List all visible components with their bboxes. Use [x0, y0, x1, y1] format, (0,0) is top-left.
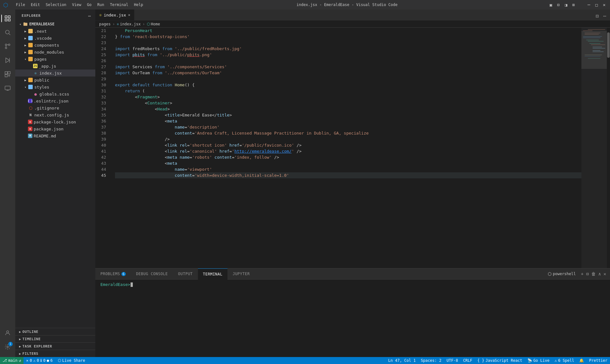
file-package-lock[interactable]: ▶ n package-lock.json	[15, 118, 95, 125]
tab-debug-console[interactable]: DEBUG CONSOLE	[131, 268, 173, 280]
file-app-js[interactable]: ▶ JS _app.js	[15, 63, 95, 69]
search-activity-icon[interactable]	[1, 26, 14, 39]
index-jsx-label: index.jsx	[39, 71, 95, 76]
split-editor-icon[interactable]: ⊟	[594, 12, 600, 20]
status-branch[interactable]: ⎇ main ↺	[0, 357, 24, 364]
status-line-ending[interactable]: CRLF	[461, 357, 475, 364]
outline-label: OUTLINE	[23, 330, 38, 334]
trash-icon[interactable]: 🗑	[591, 271, 596, 276]
tab-problems[interactable]: PROBLEMS 6	[95, 268, 131, 280]
menu-run[interactable]: Run	[95, 2, 107, 8]
add-terminal-button[interactable]: +	[581, 271, 583, 276]
root-folder[interactable]: ▾ EMERALDEASE	[15, 21, 95, 28]
file-next-config[interactable]: ▶ N next.config.js	[15, 111, 95, 118]
outline-section[interactable]: ▶ OUTLINE	[15, 328, 95, 335]
eslintrc-label: .eslintrc.json	[34, 99, 95, 103]
file-next[interactable]: ▶ .next	[15, 28, 95, 35]
close-button[interactable]: ✕	[602, 2, 607, 8]
file-node-modules[interactable]: ▶ node_modules	[15, 49, 95, 56]
restore-button[interactable]: □	[594, 2, 599, 8]
file-tree: ▾ EMERALDEASE ▶ .next ▶	[15, 21, 95, 328]
menu-view[interactable]: View	[70, 2, 84, 8]
remote-activity-icon[interactable]	[1, 82, 14, 95]
status-prettier[interactable]: Prettier	[586, 357, 610, 364]
layout-icon-1[interactable]: ▣	[548, 2, 553, 8]
status-live-share[interactable]: ⬡ Live Share	[55, 357, 88, 364]
tab-output[interactable]: OUTPUT	[173, 268, 198, 280]
file-public[interactable]: ▶ public	[15, 76, 95, 83]
task-explorer-section[interactable]: ▶ TASK EXPLORER	[15, 342, 95, 350]
tab-terminal[interactable]: TERMINAL	[198, 268, 228, 280]
breadcrumb-symbol[interactable]: ⬡ Home	[147, 22, 160, 26]
filters-section[interactable]: ▶ FILTERS	[15, 350, 95, 357]
source-control-activity-icon[interactable]	[1, 40, 14, 53]
file-vscode[interactable]: ▶ .vscode	[15, 35, 95, 42]
layout-icon-3[interactable]: ◨	[564, 2, 569, 8]
menu-file[interactable]: File	[13, 2, 28, 8]
svg-point-19	[7, 331, 9, 333]
tab-jupyter[interactable]: JUPYTER	[227, 268, 255, 280]
file-eslintrc[interactable]: ▶ { } .eslintrc.json	[15, 97, 95, 104]
tab-terminal-label: TERMINAL	[203, 272, 223, 276]
status-go-live[interactable]: 📡 Go Live	[525, 357, 552, 364]
code-line-44: name='viewport'	[115, 166, 581, 172]
editor-scrollbar[interactable]	[607, 28, 610, 268]
timeline-section[interactable]: ▶ TIMELINE	[15, 335, 95, 342]
terminal-content[interactable]: EmeraldEase>	[95, 280, 610, 357]
task-explorer-label: TASK EXPLORER	[23, 344, 52, 348]
file-styles[interactable]: ▾ styles	[15, 83, 95, 90]
file-gitignore[interactable]: ▶ ⬡ .gitignore	[15, 104, 95, 111]
panel-tabs: PROBLEMS 6 DEBUG CONSOLE OUTPUT TERMINAL…	[95, 268, 610, 280]
minimap-slider[interactable]	[581, 31, 607, 69]
file-readme[interactable]: ▶ M README.md	[15, 132, 95, 139]
terminal-chevron-up[interactable]: ∧	[598, 271, 601, 276]
menu-go[interactable]: Go	[85, 2, 94, 8]
breadcrumb-file[interactable]: ⚛ index.jsx	[117, 22, 140, 26]
layout-icon-4[interactable]: ⊞	[571, 2, 576, 8]
package-lock-icon: n	[28, 120, 32, 124]
file-components[interactable]: ▶ components	[15, 42, 95, 49]
run-activity-icon[interactable]	[1, 54, 14, 67]
sidebar-actions: ⋯	[88, 13, 92, 19]
terminal-close-button[interactable]: ✕	[604, 271, 606, 276]
globals-scss-icon: ●	[33, 91, 38, 96]
file-package-json[interactable]: ▶ n package.json	[15, 125, 95, 132]
more-actions-icon[interactable]: ⋯	[602, 12, 607, 20]
account-activity-icon[interactable]	[1, 327, 14, 339]
menu-edit[interactable]: Edit	[28, 2, 43, 8]
file-index-jsx[interactable]: ▶ ⚛ index.jsx	[15, 69, 95, 76]
explorer-activity-icon[interactable]	[1, 12, 14, 25]
tab-index-jsx[interactable]: ⚛ index.jsx ✕	[95, 10, 134, 20]
menu-terminal[interactable]: Terminal	[107, 2, 131, 8]
status-notification[interactable]: 🔔	[577, 357, 586, 364]
powershell-icon: ⬡	[548, 271, 552, 276]
minimize-button[interactable]: ─	[586, 2, 591, 8]
position-text: Ln 47, Col 1	[388, 358, 416, 363]
menu-help[interactable]: Help	[132, 2, 146, 8]
prettier-text: Prettier	[589, 358, 607, 363]
tab-output-label: OUTPUT	[178, 272, 193, 276]
file-globals-scss[interactable]: ▶ ● globals.scss	[15, 90, 95, 97]
status-spaces[interactable]: Spaces: 2	[418, 357, 444, 364]
problems-count: 6	[121, 272, 126, 276]
terminal-split-button[interactable]: ⊟	[586, 271, 589, 276]
settings-activity-icon[interactable]: 1	[1, 341, 14, 353]
new-file-button[interactable]: ⋯	[88, 13, 92, 19]
branch-icon: ⎇	[3, 358, 7, 363]
window-title: index.jsx - EmeraldEase - Visual Studio …	[151, 3, 543, 7]
status-language[interactable]: { } JavaScript React	[475, 357, 525, 364]
extensions-activity-icon[interactable]	[1, 68, 14, 81]
breadcrumb-pages[interactable]: pages	[99, 22, 111, 26]
tab-close-button[interactable]: ✕	[128, 13, 130, 17]
menu-selection[interactable]: Selection	[43, 2, 69, 8]
powershell-label: ⬡ powershell	[548, 271, 576, 276]
status-spell[interactable]: ⚠ 6 Spell	[552, 357, 577, 364]
code-content[interactable]: PersonHeart } from 'react-bootstrap-icon…	[111, 28, 581, 268]
layout-icon-2[interactable]: ⊟	[556, 2, 561, 8]
ln-24: 24	[95, 46, 109, 52]
ln-43: 43	[95, 160, 109, 166]
status-errors[interactable]: ✕ 0 ⚠ 0 ℹ 0 ● 6	[24, 357, 55, 364]
file-pages[interactable]: ▾ pages	[15, 56, 95, 63]
status-position[interactable]: Ln 47, Col 1	[386, 357, 418, 364]
status-encoding[interactable]: UTF-8	[444, 357, 461, 364]
